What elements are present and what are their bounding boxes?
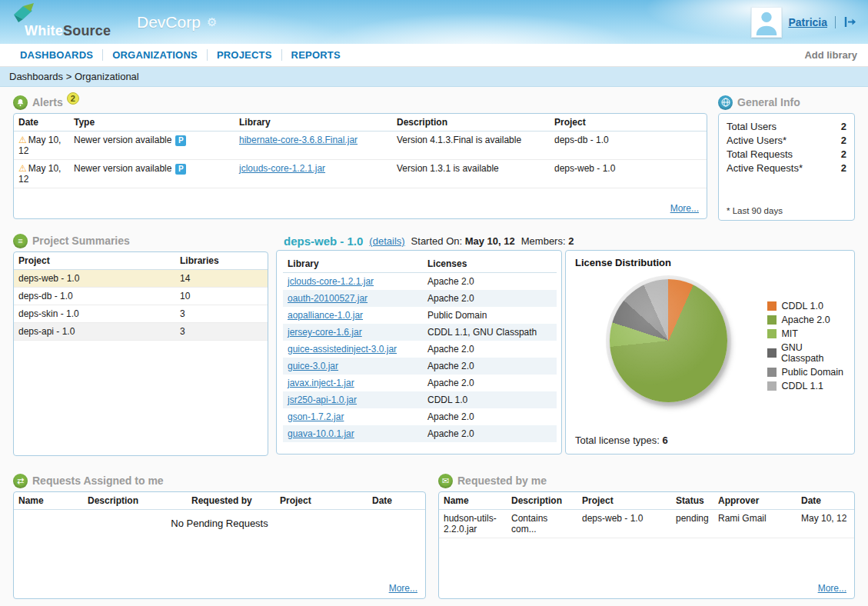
requested-by-me-title: Requested by me — [457, 474, 547, 487]
nav-reports[interactable]: REPORTS — [281, 49, 350, 61]
app-header: WhiteSource DevCorp ⚙ Patricia — [0, 0, 868, 44]
license-distribution-title: License Distribution — [575, 257, 845, 268]
globe-icon — [718, 95, 733, 110]
col-status: Status — [671, 492, 713, 510]
col-library: Library — [283, 255, 423, 273]
whitesource-logo-icon — [12, 2, 40, 25]
alert-type: Newer version available — [74, 135, 171, 145]
alert-row: ⚠May 10, 12 Newer version availableP jcl… — [14, 160, 707, 188]
library-count: 10 — [175, 288, 268, 305]
library-link[interactable]: guice-assistedinject-3.0.jar — [288, 344, 397, 355]
library-list-box: Library Licenses jclouds-core-1.2.1.jar … — [276, 250, 562, 454]
breadcrumb[interactable]: Dashboards > Organizational — [9, 71, 139, 82]
requests-assigned-more-link[interactable]: More... — [389, 583, 417, 594]
alerts-panel: Alerts 2 Date Type Library Description P… — [13, 93, 707, 221]
user-name-link[interactable]: Patricia — [788, 16, 827, 28]
project-row[interactable]: deps-api - 1.0 3 — [14, 323, 268, 341]
general-info-box: Total Users2 Active Users*2 Total Reques… — [718, 113, 855, 221]
project-summaries-title: Project Summaries — [32, 235, 130, 247]
legend-item: CDDL 1.1 — [767, 381, 845, 391]
stat-value: 2 — [841, 120, 846, 134]
library-count: 14 — [175, 270, 268, 288]
requested-by-me-more-link[interactable]: More... — [818, 583, 846, 594]
library-row: jclouds-core-1.2.1.jar Apache 2.0 — [283, 273, 557, 290]
library-link[interactable]: jersey-core-1.6.jar — [288, 327, 362, 338]
project-row-selected[interactable]: deps-web - 1.0 14 — [14, 270, 268, 288]
legend-label: Public Domain — [781, 367, 843, 378]
document-icon: ≡ — [13, 234, 28, 248]
col-approver: Approver — [713, 492, 796, 510]
license-cell: Apache 2.0 — [423, 375, 557, 391]
legend-label: MIT — [781, 328, 798, 339]
project-row[interactable]: deps-db - 1.0 10 — [14, 288, 268, 305]
license-cell: CDDL 1.1, GNU Classpath — [423, 324, 557, 341]
logout-icon[interactable] — [843, 15, 857, 28]
stat-label: Active Users* — [727, 134, 787, 148]
license-cell: CDDL 1.0 — [423, 391, 557, 408]
library-link[interactable]: guice-3.0.jar — [288, 361, 338, 371]
library-row: aopalliance-1.0.jar Public Domain — [283, 307, 557, 324]
nav-dashboards[interactable]: DASHBOARDS — [11, 49, 102, 61]
user-avatar[interactable] — [751, 7, 782, 38]
library-link[interactable]: javax.inject-1.jar — [288, 378, 354, 388]
legend-item: GNU Classpath — [767, 342, 845, 364]
request-row: hudson-utils-2.2.0.jar Contains com... d… — [439, 510, 854, 538]
stat-label: Total Requests — [727, 148, 793, 161]
project-row[interactable]: deps-skin - 1.0 3 — [14, 305, 268, 323]
breadcrumb-bar: Dashboards > Organizational — [0, 67, 868, 87]
request-date: May 10, 12 — [796, 510, 854, 538]
brand-white: White — [25, 23, 63, 38]
library-link[interactable]: hibernate-core-3.6.8.Final.jar — [239, 135, 358, 145]
library-row: guice-3.0.jar Apache 2.0 — [283, 358, 557, 375]
details-link[interactable]: (details) — [369, 235, 404, 247]
settings-gear-icon[interactable]: ⚙ — [207, 15, 217, 29]
library-link[interactable]: gson-1.7.2.jar — [288, 411, 344, 422]
requests-assigned-table: Name Description Requested by Project Da… — [14, 492, 425, 510]
col-libraries: Libraries — [175, 252, 268, 270]
library-table-header: Library Licenses — [283, 255, 557, 273]
library-table: jclouds-core-1.2.1.jar Apache 2.0 oauth-… — [283, 273, 557, 442]
no-pending-requests-message: No Pending Requests — [14, 510, 425, 529]
alerts-count-badge: 2 — [67, 92, 79, 105]
requested-by-me-table: Name Description Project Status Approver… — [439, 492, 854, 538]
legend-label: CDDL 1.1 — [781, 381, 823, 391]
person-icon — [752, 8, 781, 37]
add-library-button[interactable]: Add library — [804, 49, 857, 61]
library-list-scroll-area[interactable]: jclouds-core-1.2.1.jar Apache 2.0 oauth-… — [283, 273, 557, 444]
project-name: deps-skin - 1.0 — [14, 305, 175, 323]
col-licenses: Licenses — [423, 255, 557, 273]
legend-label: GNU Classpath — [781, 342, 845, 364]
library-link[interactable]: jclouds-core-1.2.1.jar — [288, 276, 374, 287]
legend-swatch-cddl11 — [767, 381, 777, 391]
members-label: Members: — [521, 235, 566, 247]
stat-label: Total Users — [727, 120, 777, 134]
policy-badge-icon: P — [175, 135, 186, 146]
nav-organizations[interactable]: ORGANIZATIONS — [102, 49, 207, 61]
alerts-more-link[interactable]: More... — [670, 203, 699, 214]
requested-by-me-panel: ✉ Requested by me Name Description Proje… — [438, 471, 855, 599]
library-link[interactable]: jsr250-api-1.0.jar — [288, 395, 357, 405]
nav-projects[interactable]: PROJECTS — [207, 49, 281, 61]
whitesource-logo[interactable]: WhiteSource — [11, 2, 126, 42]
transfer-arrows-icon: ⇄ — [13, 474, 28, 488]
library-link[interactable]: oauth-20100527.jar — [288, 293, 367, 304]
col-name: Name — [439, 492, 507, 510]
request-description: Contains com... — [507, 510, 577, 538]
alert-type: Newer version available — [74, 163, 171, 174]
total-license-types-label: Total license types: — [575, 435, 660, 446]
envelope-icon: ✉ — [438, 474, 453, 488]
alerts-title: Alerts — [32, 96, 63, 108]
col-requested-by: Requested by — [187, 492, 275, 510]
library-link[interactable]: jclouds-core-1.2.1.jar — [239, 163, 325, 174]
warning-icon: ⚠ — [18, 135, 27, 145]
library-link[interactable]: aopalliance-1.0.jar — [288, 310, 363, 321]
alerts-table-box: Date Type Library Description Project ⚠M… — [13, 113, 707, 219]
license-legend: CDDL 1.0 Apache 2.0 MIT GNU Classpath Pu… — [767, 301, 845, 402]
alert-description: Version 1.3.1 is available — [392, 160, 550, 188]
legend-item: CDDL 1.0 — [767, 301, 845, 311]
library-row: guice-assistedinject-3.0.jar Apache 2.0 — [283, 341, 557, 358]
general-info-title: General Info — [737, 96, 800, 108]
library-link[interactable]: guava-10.0.1.jar — [288, 428, 354, 439]
total-license-types-value: 6 — [662, 435, 667, 446]
library-count: 3 — [175, 323, 268, 341]
